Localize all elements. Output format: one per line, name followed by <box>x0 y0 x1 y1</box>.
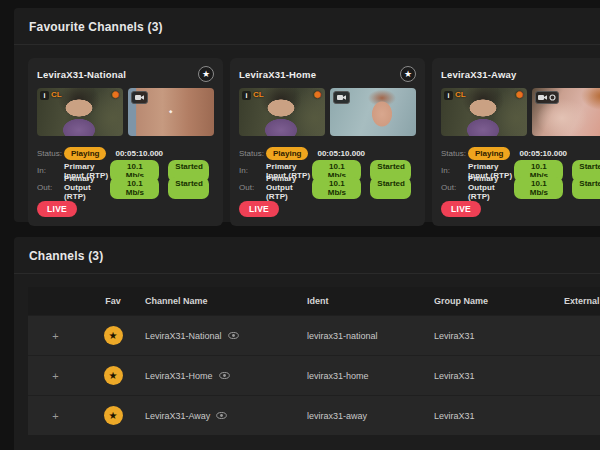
output-badges: 10.1 Mb/s Started <box>514 177 600 199</box>
corner-logo-overlay: ✺ <box>515 90 523 100</box>
favourite-star-badge[interactable]: ★ <box>104 326 123 345</box>
output-badges: 10.1 Mb/s Started <box>110 177 209 199</box>
output-name: Primary Output (RTP) <box>468 174 514 201</box>
channel-logo-overlay: CL <box>253 90 264 99</box>
favourite-star-badge[interactable]: ★ <box>104 366 123 385</box>
thumbnails: i CL ✺ <box>441 88 600 136</box>
live-badge: LIVE <box>239 201 279 217</box>
fav-cell: ★ <box>83 326 143 345</box>
ident-cell: levirax31-away <box>305 411 432 421</box>
in-label: In: <box>441 166 468 175</box>
camera-badge-icon <box>333 91 350 104</box>
playback-time: 00:05:10.000 <box>115 149 163 158</box>
camera-badge-icon <box>535 91 559 104</box>
row-expand-button[interactable]: + <box>28 330 83 342</box>
channel-name-cell: LeviraX31-National <box>143 331 305 341</box>
info-overlay-icon: i <box>40 91 49 100</box>
out-label: Out: <box>37 183 64 192</box>
card-header: LeviraX31-Away ★ <box>441 66 600 82</box>
thumbnails: i CL ✺ <box>239 88 416 136</box>
card-title: LeviraX31-Home <box>239 69 316 80</box>
output-bitrate-badge: 10.1 Mb/s <box>110 177 159 199</box>
favourite-star-badge[interactable]: ★ <box>104 406 123 425</box>
app-screen: Favourite Channels (3) LeviraX31-Nationa… <box>0 0 600 450</box>
favourite-cards-row: LeviraX31-National ★ i CL ✺ ◆ <box>14 45 600 239</box>
preview-eye-icon[interactable] <box>216 411 227 420</box>
channel-card-away[interactable]: LeviraX31-Away ★ i CL ✺ <box>432 58 600 226</box>
header-channel-name[interactable]: Channel Name <box>143 296 305 306</box>
output-row: Out: Primary Output (RTP) 10.1 Mb/s Star… <box>37 179 214 196</box>
preview-eye-icon[interactable] <box>228 331 239 340</box>
input-video-thumbnail[interactable]: i CL ✺ <box>239 88 325 136</box>
favourite-star-button[interactable]: ★ <box>400 66 416 82</box>
input-video-thumbnail[interactable]: i CL ✺ <box>37 88 123 136</box>
channels-panel: Channels (3) Fav Channel Name Ident Grou… <box>14 237 600 450</box>
output-state-badge: Started <box>168 177 209 199</box>
card-title: LeviraX31-National <box>37 69 126 80</box>
channel-logo-overlay: CL <box>455 90 466 99</box>
header-group-name[interactable]: Group Name <box>432 296 562 306</box>
header-ident[interactable]: Ident <box>305 296 432 306</box>
channels-table: Fav Channel Name Ident Group Name Extern… <box>28 287 600 435</box>
output-bitrate-badge: 10.1 Mb/s <box>312 177 361 199</box>
output-state-badge: Started <box>370 177 411 199</box>
live-badge: LIVE <box>37 201 77 217</box>
thumbnail-caption: ◆ <box>128 109 214 114</box>
status-label: Status: <box>239 149 266 158</box>
favourite-star-button[interactable]: ★ <box>198 66 214 82</box>
preview-eye-icon[interactable] <box>219 371 230 380</box>
group-cell: LeviraX31 <box>432 331 562 341</box>
channel-card-home[interactable]: LeviraX31-Home ★ i CL ✺ <box>230 58 425 226</box>
row-expand-button[interactable]: + <box>28 370 83 382</box>
output-video-thumbnail[interactable]: ◆ <box>128 88 214 136</box>
channels-title: Channels (3) <box>14 237 600 274</box>
row-expand-button[interactable]: + <box>28 410 83 422</box>
info-overlay-icon: i <box>242 91 251 100</box>
group-cell: LeviraX31 <box>432 371 562 381</box>
card-status-block: Status: Playing 00:05:10.000 In: Primary… <box>441 145 600 217</box>
ident-cell: levirax31-national <box>305 331 432 341</box>
thumbnails: i CL ✺ ◆ <box>37 88 214 136</box>
status-label: Status: <box>37 149 64 158</box>
card-header: LeviraX31-National ★ <box>37 66 214 82</box>
channel-logo-overlay: CL <box>51 90 62 99</box>
channel-name-cell: LeviraX31-Away <box>143 411 305 421</box>
header-external-ident[interactable]: External Ident <box>562 296 600 306</box>
table-row[interactable]: + ★ LeviraX31-Away levirax31-away Levira… <box>28 395 600 435</box>
channel-name-cell: LeviraX31-Home <box>143 371 305 381</box>
card-title: LeviraX31-Away <box>441 69 517 80</box>
camera-badge-icon <box>131 91 148 104</box>
output-name: Primary Output (RTP) <box>64 174 110 201</box>
channel-name: LeviraX31-Away <box>145 411 210 421</box>
card-status-block: Status: Playing 00:05:10.000 In: Primary… <box>239 145 416 217</box>
table-header-row: Fav Channel Name Ident Group Name Extern… <box>28 287 600 315</box>
status-badge: Playing <box>64 147 106 160</box>
channel-card-national[interactable]: LeviraX31-National ★ i CL ✺ ◆ <box>28 58 223 226</box>
output-state-badge: Started <box>572 177 600 199</box>
info-overlay-icon: i <box>444 91 453 100</box>
table-row[interactable]: + ★ LeviraX31-Home levirax31-home Levira… <box>28 355 600 395</box>
in-label: In: <box>239 166 266 175</box>
input-video-thumbnail[interactable]: i CL ✺ <box>441 88 527 136</box>
playback-time: 00:05:10.000 <box>519 149 567 158</box>
table-row[interactable]: + ★ LeviraX31-National levirax31-nationa… <box>28 315 600 355</box>
playback-time: 00:05:10.000 <box>317 149 365 158</box>
channel-name: LeviraX31-National <box>145 331 222 341</box>
fav-cell: ★ <box>83 366 143 385</box>
corner-logo-overlay: ✺ <box>111 90 119 100</box>
output-video-thumbnail[interactable] <box>532 88 600 136</box>
output-bitrate-badge: 10.1 Mb/s <box>514 177 563 199</box>
output-name: Primary Output (RTP) <box>266 174 312 201</box>
output-video-thumbnail[interactable] <box>330 88 416 136</box>
favourite-channels-title: Favourite Channels (3) <box>14 8 600 45</box>
corner-logo-overlay: ✺ <box>313 90 321 100</box>
status-label: Status: <box>441 149 468 158</box>
fav-cell: ★ <box>83 406 143 425</box>
in-label: In: <box>37 166 64 175</box>
output-row: Out: Primary Output (RTP) 10.1 Mb/s Star… <box>239 179 416 196</box>
live-badge: LIVE <box>441 201 481 217</box>
card-header: LeviraX31-Home ★ <box>239 66 416 82</box>
header-fav[interactable]: Fav <box>83 296 143 306</box>
output-badges: 10.1 Mb/s Started <box>312 177 411 199</box>
status-badge: Playing <box>468 147 510 160</box>
